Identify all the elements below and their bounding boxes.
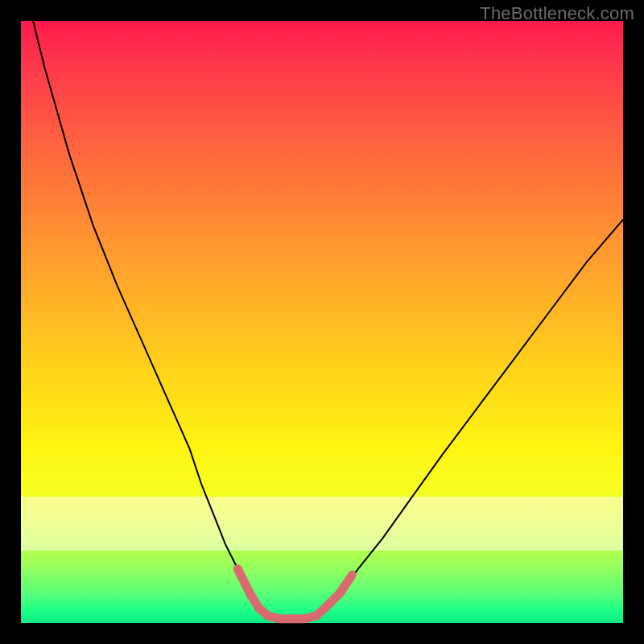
curve-black bbox=[33, 21, 623, 619]
watermark-text: TheBottleneck.com bbox=[480, 3, 634, 24]
plot-area bbox=[21, 21, 623, 623]
chart-frame: TheBottleneck.com bbox=[0, 0, 644, 644]
curve-highlight bbox=[237, 569, 352, 619]
chart-svg bbox=[21, 21, 623, 623]
